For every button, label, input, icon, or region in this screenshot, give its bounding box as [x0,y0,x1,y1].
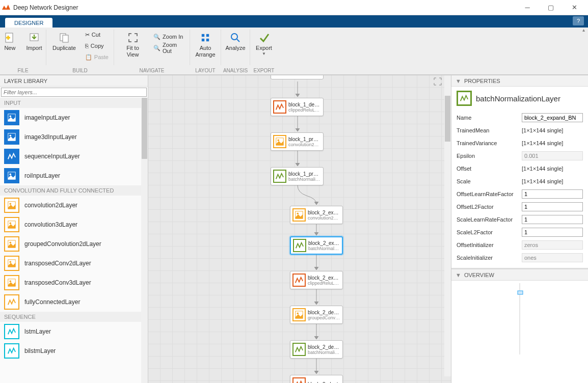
prop-row-trainedmean: TrainedMean[1×1×144 single] [457,124,583,136]
prop-label: ScaleLearnRateFactor [457,216,522,223]
close-button[interactable]: ✕ [563,0,586,15]
group-build-label: BUILD [46,68,114,73]
prop-input-offsetl2factor[interactable] [522,202,583,211]
prop-label: OffsetL2Factor [457,204,522,210]
chevron-down-icon: ▼ [262,51,266,56]
lib-item-conv3d[interactable]: convolution3dLayer [0,215,148,234]
export-button[interactable]: Export ▼ [251,28,277,56]
prop-label: ScaleInitializer [457,255,522,261]
overview-panel: ▼ OVERVIEW [451,268,588,357]
prop-value: [1×1×144 single] [522,178,583,184]
overview-minimap[interactable] [451,281,588,357]
layer-library-header[interactable]: LAYER LIBRARY [0,75,148,87]
duplicate-button[interactable]: Duplicate [47,28,81,64]
scissors-icon: ✂ [85,32,90,38]
auto-arrange-button[interactable]: Auto Arrange [190,28,220,58]
zoom-out-button[interactable]: 🔍Zoom Out [153,43,183,53]
canvas[interactable]: block_1_dept...clippedReluLayer block_1_… [148,75,451,383]
lib-item-fc[interactable]: fullyConnectedLayer [0,292,148,312]
minimize-button[interactable]: ─ [516,0,539,15]
import-button[interactable]: Import [21,28,47,51]
prop-label: TrainedMean [457,127,522,133]
prop-label: OffsetLearnRateFactor [457,191,522,197]
lib-item-transconv3d[interactable]: transposedConv3dLayer [0,273,148,292]
layer-type-name: batchNormalizationLayer [476,94,560,103]
prop-input-name[interactable] [522,113,583,122]
zoom-in-icon: 🔍 [153,34,161,40]
lib-item-roiinput[interactable]: roiInputLayer [0,166,148,185]
canvas-fit-icon[interactable] [434,77,442,86]
zoom-in-button[interactable]: 🔍Zoom In [153,32,183,42]
prop-input-offsetinitializer [522,240,583,250]
prop-row-trainedvariance: TrainedVariance[1×1×144 single] [457,136,583,149]
node-block2-expand-relu[interactable]: block_2_expa...clippedReluLayer [290,271,343,289]
node-block1-project[interactable]: block_1_projectconvolution2dL... [271,132,324,151]
prop-label: Offset [457,166,522,172]
lib-item-image3dinput[interactable]: image3dInputLayer [0,127,148,147]
prop-label: Scale [457,178,522,184]
chevron-down-icon: ▼ [456,272,461,278]
arrange-icon [199,32,211,44]
prop-value: [1×1×144 single] [522,127,583,133]
prop-row-scalel2factor: ScaleL2Factor [457,226,583,238]
analyze-button[interactable]: Analyze [220,28,250,51]
prop-label: Name [457,115,522,121]
prop-input-scalelearnratefactor[interactable] [522,215,583,224]
prop-row-offset: Offset[1×1×144 single] [457,162,583,175]
cut-button[interactable]: ✂Cut [85,30,109,40]
lib-item-transconv2d[interactable]: transposedConv2dLayer [0,254,148,273]
node-block2-expand[interactable]: block_2_expandconvolution2dL... [290,206,343,224]
copy-icon: ⎘ [85,43,89,49]
properties-body: batchNormalizationLayer NameTrainedMean[… [451,87,588,268]
properties-header[interactable]: ▼ PROPERTIES [451,75,588,87]
group-navigate-label: NAVIGATE [114,68,190,73]
lib-item-groupedconv2d[interactable]: groupedConvolution2dLayer [0,234,148,254]
prop-input-epsilon [522,151,583,160]
fit-icon [127,32,139,44]
tab-designer[interactable]: DESIGNER [5,18,52,28]
lib-item-bilstm[interactable]: bilstmLayer [0,341,148,361]
group-export-label: EXPORT [250,68,278,73]
node-block2-expand-bn[interactable]: block_2_expa...batchNormaliza... [290,236,343,255]
maximize-button[interactable]: ▢ [539,0,563,15]
svg-rect-20 [518,291,523,294]
help-button[interactable]: ? [573,16,584,25]
prop-label: TrainedVariance [457,140,522,146]
new-button[interactable]: New [0,28,21,51]
prop-input-scalel2factor[interactable] [522,228,583,237]
lib-item-imageinput[interactable]: imageInputLayer [0,108,148,127]
ribbon: ▴ New Import FILE Duplicate ✂Cut ⎘Copy 📋… [0,28,588,75]
new-icon [4,32,16,44]
category-conv: CONVOLUTION AND FULLY CONNECTED [0,185,148,196]
node-block2-dept-cut[interactable]: block_2_dept [290,375,343,383]
group-file-label: FILE [0,68,46,73]
prop-label: ScaleL2Factor [457,229,522,235]
copy-button[interactable]: ⎘Copy [85,41,109,51]
paste-button: 📋Paste [85,52,109,62]
layer-library-panel: LAYER LIBRARY INPUT imageInputLayer imag… [0,75,148,383]
ribbon-collapse-icon[interactable]: ▴ [579,27,587,33]
node-block2-dept-conv[interactable]: block_2_dept...groupedConvol... [290,306,343,324]
group-layout-label: LAYOUT [190,68,221,73]
lib-item-lstm[interactable]: lstmLayer [0,322,148,341]
prop-value: [1×1×144 single] [522,166,583,172]
filter-input[interactable] [1,88,147,97]
canvas-scrollbar-v[interactable] [444,75,451,376]
group-analysis-label: ANALYSIS [221,68,250,73]
lib-item-sequenceinput[interactable]: sequenceInputLayer [0,147,148,166]
library-scrollbar[interactable] [141,98,148,383]
prop-input-offsetlearnratefactor[interactable] [522,189,583,199]
prop-value: [1×1×144 single] [522,140,583,146]
prop-row-scaleinitializer: ScaleInitializer [457,251,583,264]
prop-row-offsetinitializer: OffsetInitializer [457,238,583,251]
library-list[interactable]: INPUT imageInputLayer image3dInputLayer … [0,98,148,383]
node-block1-project-bn[interactable]: block_1_proje...batchNormaliza... [271,167,324,185]
overview-header[interactable]: ▼ OVERVIEW [451,269,588,281]
fit-to-view-button[interactable]: Fit to View [116,28,149,58]
node-block2-dept-bn[interactable]: block_2_dept...batchNormaliza... [290,340,343,359]
lib-item-conv2d[interactable]: convolution2dLayer [0,196,148,215]
node-block1-dept-relu[interactable]: block_1_dept...clippedReluLayer [271,98,324,116]
category-seq: SEQUENCE [0,312,148,322]
category-input: INPUT [0,98,148,108]
chevron-down-icon: ▼ [456,78,461,84]
